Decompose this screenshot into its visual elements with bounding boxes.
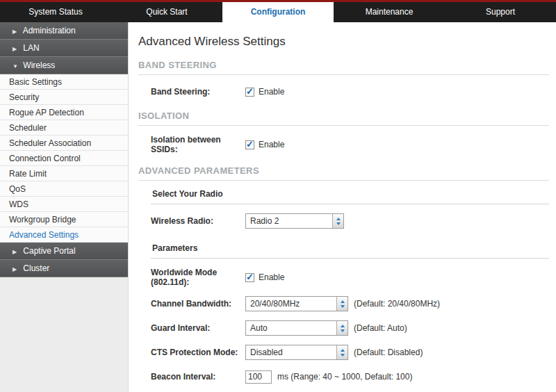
spinner-arrows-icon [336,297,348,311]
worldwide-mode-checkbox[interactable] [245,273,254,282]
beacon-interval-input[interactable] [245,370,272,384]
channel-bandwidth-value: 20/40/80MHz [250,299,300,309]
sidebar-item-basic-settings[interactable]: Basic Settings [0,74,128,90]
sidebar-item-rate-limit[interactable]: Rate Limit [0,166,128,181]
wireless-submenu: Basic Settings Security Rogue AP Detecti… [0,74,128,243]
guard-interval-row: Guard Interval: Auto (Default: Auto) [151,320,549,336]
tab-configuration[interactable]: Configuration [222,2,334,22]
cts-protection-note: (Default: Disabled) [354,348,423,357]
spinner-arrows-icon [336,345,348,359]
sidebar-filler [0,277,128,392]
sidebar-category-wireless[interactable]: ▼ Wireless [0,57,128,74]
chevron-right-icon: ▶ [13,261,21,278]
cts-protection-value: Disabled [250,348,283,357]
isolation-checkbox-label: Enable [259,140,284,149]
guard-interval-label: Guard Interval: [151,323,245,333]
isolation-row: Isolation between SSIDs: Enable [151,135,549,154]
section-heading-advanced-parameters: ADVANCED PARAMETERS [138,165,549,181]
band-steering-label: Band Steering: [151,87,245,97]
worldwide-mode-checkbox-label: Enable [259,272,284,282]
channel-bandwidth-select[interactable]: 20/40/80MHz [245,296,348,311]
channel-bandwidth-row: Channel Bandwidth: 20/40/80MHz (Default:… [151,296,549,311]
sidebar-category-label: Administration [23,26,76,35]
sidebar-item-advanced-settings[interactable]: Advanced Settings [0,227,128,243]
main-frame: ▶ Administration ▶ LAN ▼ Wireless Basic … [0,22,556,392]
chevron-right-icon: ▶ [13,243,21,261]
top-nav: System Status Quick Start Configuration … [0,2,556,22]
sidebar-category-lan[interactable]: ▶ LAN [0,40,128,57]
guard-interval-note: (Default: Auto) [354,323,407,333]
tab-system-status[interactable]: System Status [0,2,111,22]
sidebar-item-rogue-ap-detection[interactable]: Rogue AP Detection [0,105,128,120]
band-steering-row: Band Steering: Enable [151,84,549,99]
sidebar-item-qos[interactable]: QoS [0,181,128,197]
tab-quick-start[interactable]: Quick Start [111,2,222,22]
chevron-down-icon: ▼ [13,58,21,75]
wireless-radio-row: Wireless Radio: Radio 2 [151,213,549,229]
sidebar-item-connection-control[interactable]: Connection Control [0,151,128,166]
section-heading-band-steering: BAND STEERING [138,60,549,75]
sidebar-item-scheduler[interactable]: Scheduler [0,120,128,136]
tab-maintenance[interactable]: Maintenance [334,2,445,22]
sidebar-category-cluster[interactable]: ▶ Cluster [0,260,128,277]
tab-support[interactable]: Support [445,2,556,22]
chevron-right-icon: ▶ [13,23,21,40]
isolation-checkbox[interactable] [245,140,254,149]
channel-bandwidth-note: (Default: 20/40/80MHz) [354,299,440,309]
band-steering-checkbox-label: Enable [259,87,284,97]
subsection-select-your-radio: Select Your Radio [151,183,549,204]
sidebar-category-administration[interactable]: ▶ Administration [0,22,128,40]
cts-protection-select[interactable]: Disabled [245,345,348,360]
spinner-arrows-icon [336,321,348,335]
cts-protection-row: CTS Protection Mode: Disabled (Default: … [151,345,549,360]
wireless-radio-select[interactable]: Radio 2 [245,213,344,229]
guard-interval-select[interactable]: Auto [245,320,348,336]
channel-bandwidth-label: Channel Bandwidth: [151,299,245,309]
sidebar-category-label: Wireless [23,60,55,70]
chevron-right-icon: ▶ [13,40,21,58]
wireless-radio-value: Radio 2 [250,216,279,226]
worldwide-mode-label: Worldwide Mode (802.11d): [151,268,245,287]
page-title: Advanced Wireless Settings [138,35,549,49]
sidebar-category-label: Captive Portal [23,246,75,256]
spinner-arrows-icon [332,214,343,228]
sidebar-item-wds[interactable]: WDS [0,197,128,212]
subsection-parameters: Parameters [151,238,549,259]
wireless-radio-label: Wireless Radio: [151,216,245,226]
cts-protection-label: CTS Protection Mode: [151,348,245,357]
sidebar-item-security[interactable]: Security [0,90,128,105]
beacon-interval-note: ms (Range: 40 ~ 1000, Default: 100) [277,372,412,382]
content-area: Advanced Wireless Settings BAND STEERING… [129,22,556,392]
beacon-interval-label: Beacon Interval: [151,372,245,382]
section-heading-isolation: ISOLATION [138,111,549,126]
beacon-interval-row: Beacon Interval: ms (Range: 40 ~ 1000, D… [151,369,549,384]
sidebar: ▶ Administration ▶ LAN ▼ Wireless Basic … [0,22,129,392]
worldwide-mode-row: Worldwide Mode (802.11d): Enable [151,268,549,287]
sidebar-item-workgroup-bridge[interactable]: Workgroup Bridge [0,212,128,227]
sidebar-item-scheduler-association[interactable]: Scheduler Association [0,136,128,151]
band-steering-checkbox[interactable] [245,88,254,97]
sidebar-category-captive-portal[interactable]: ▶ Captive Portal [0,243,128,260]
guard-interval-value: Auto [250,323,268,333]
sidebar-category-label: LAN [23,43,39,53]
sidebar-category-label: Cluster [23,263,49,273]
isolation-label: Isolation between SSIDs: [151,135,245,154]
